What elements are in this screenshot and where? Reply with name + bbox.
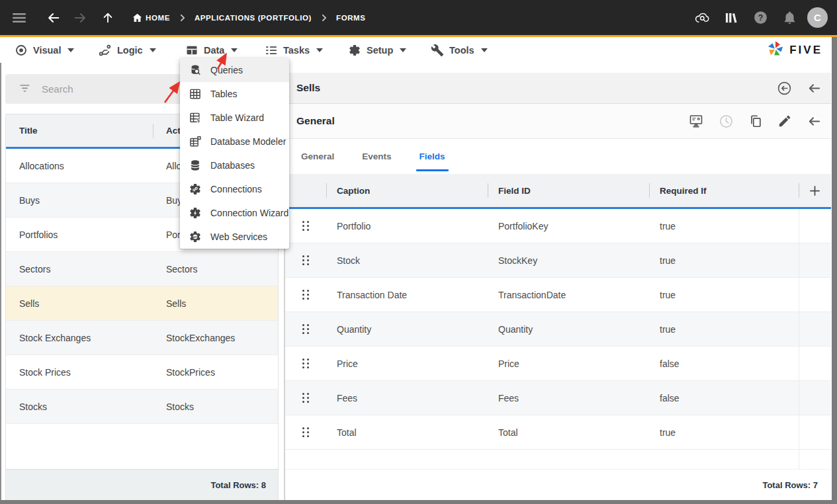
form-preview-icon[interactable] [688,113,704,129]
breadcrumb-home[interactable]: HOME [146,14,170,22]
accent-divider [0,35,837,37]
column-header-caption[interactable]: Caption [326,174,488,207]
history-clock-icon[interactable] [719,114,734,129]
menu-item-label: Database Modeler [210,136,286,147]
section-title: General [296,115,335,127]
menu-item-web-services[interactable]: API Web Services [180,225,289,249]
back-arrow-icon[interactable] [42,7,65,29]
forward-arrow-icon[interactable] [69,7,91,29]
vertical-scrollbar[interactable] [832,37,837,504]
tables-icon [189,87,202,101]
cell-value: Quantity [488,324,649,335]
cell-value: Portfolios [6,230,153,240]
table-row[interactable]: SellsSells [6,286,278,321]
table-row[interactable]: FeesFeesfalse [285,381,831,415]
menu-item-label: Connection Wizard [210,208,288,218]
cell-value: Price [326,358,488,369]
home-icon[interactable] [128,7,146,29]
menu-item-tables[interactable]: Tables [180,82,289,106]
notifications-bell-icon[interactable] [778,7,801,29]
drag-handle-icon[interactable] [285,290,326,300]
five-pinwheel-icon [766,40,785,61]
window-left-edge [0,37,1,500]
queries-icon [189,63,202,77]
horizontal-scrollbar[interactable] [0,500,837,504]
cloud-search-icon[interactable] [691,7,713,29]
tab-general[interactable]: General [301,151,334,161]
table-row[interactable]: PricePricefalse [285,347,831,381]
menu-logic[interactable]: Logic [98,37,156,63]
drag-handle-icon[interactable] [285,255,326,265]
table-row[interactable]: Transaction DateTransactionDatetrue [285,278,831,312]
collapse-left-icon[interactable] [807,81,822,96]
menu-label: Visual [33,45,61,56]
cell-value: Stock Prices [6,367,153,378]
total-rows-right: Total Rows: 7 [762,480,818,490]
table-row[interactable]: StocksStocks [6,390,278,424]
menu-item-connections[interactable]: Connections [180,177,289,201]
help-icon[interactable]: ? [749,7,771,29]
row-end-cell [799,312,831,346]
chevron-right-icon [321,14,327,22]
revert-circle-icon[interactable] [777,81,792,96]
chevron-right-icon [179,14,185,22]
collapse-left-icon[interactable] [807,114,822,129]
table-row[interactable]: Stock ExchangesStockExchanges [6,321,278,355]
cell-value: Sectors [6,264,153,274]
menu-item-database-modeler[interactable]: Database Modeler [180,130,289,153]
cell-value: Total [326,427,488,438]
menu-tools[interactable]: Tools [431,37,488,63]
user-avatar[interactable]: C [807,7,828,28]
breadcrumb-forms[interactable]: FORMS [336,14,366,22]
cell-value: Price [488,358,649,369]
menu-item-label: Databases [210,160,255,171]
drag-handle-icon[interactable] [285,393,326,403]
column-header-required-if[interactable]: Required If [649,174,799,207]
menu-label: Tasks [283,45,310,56]
breadcrumb-applications[interactable]: APPLICATIONS (PORTFOLIO) [195,14,312,22]
connection-wizard-icon [189,206,202,220]
cell-value: Stock Exchanges [6,333,153,343]
drag-handle-icon[interactable] [285,358,326,368]
table-row[interactable]: Stock PricesStockPrices [6,355,278,390]
up-arrow-icon[interactable] [97,7,119,29]
row-end-cell [799,381,831,415]
fields-table-header: Caption Field ID Required If [285,174,831,207]
menu-setup[interactable]: Setup [348,37,406,63]
menu-item-connection-wizard[interactable]: Connection Wizard [180,201,289,225]
hamburger-menu-icon[interactable] [8,7,30,29]
tab-events[interactable]: Events [362,151,391,161]
add-field-button[interactable] [799,174,831,207]
menu-item-table-wizard[interactable]: Table Wizard [180,106,289,130]
table-row[interactable]: QuantityQuantitytrue [285,312,831,347]
menu-item-databases[interactable]: Databases [180,153,289,177]
menu-item-queries[interactable]: Queries [180,58,289,82]
drag-handle-icon[interactable] [285,324,326,334]
nav-right-group: ? C [691,7,837,29]
table-row[interactable]: StockStockKeytrue [285,243,831,278]
plus-icon [808,184,822,198]
drag-handle-icon[interactable] [285,221,326,231]
chevron-down-icon [400,48,406,52]
copy-icon[interactable] [748,114,763,128]
cell-value: TransactionDate [488,290,649,300]
chevron-down-icon [67,48,74,52]
column-header-title[interactable]: Title [6,126,153,136]
library-books-icon[interactable] [720,7,742,29]
drag-handle-icon[interactable] [285,427,326,437]
edit-pencil-icon[interactable] [777,114,792,128]
menu-label: Tools [449,45,474,56]
record-title-actions [777,81,822,96]
row-end-cell [799,243,831,277]
table-row[interactable]: SectorsSectors [6,252,278,286]
menu-visual[interactable]: Visual [15,37,74,63]
cell-value: true [649,324,799,335]
table-grid-icon [185,44,198,57]
tab-fields[interactable]: Fields [419,151,445,161]
svg-text:?: ? [758,13,763,22]
table-row[interactable]: PortfolioPortfolioKeytrue [285,209,831,243]
cell-value: true [649,290,799,300]
column-header-field-id[interactable]: Field ID [488,174,649,207]
row-end-cell [799,415,831,449]
table-row[interactable]: TotalTotaltrue [285,415,831,450]
